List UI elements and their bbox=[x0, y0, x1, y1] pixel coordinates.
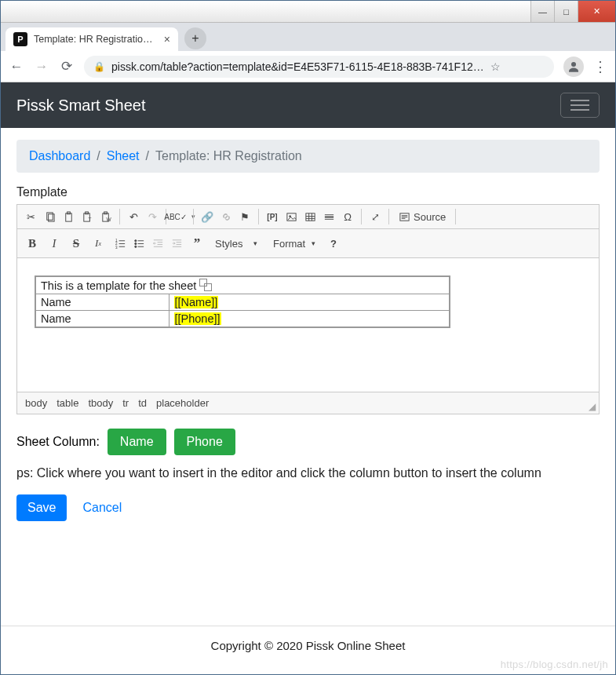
breadcrumb-sep: / bbox=[97, 149, 100, 163]
bold-button[interactable]: B bbox=[22, 234, 42, 253]
browser-tabstrip: P Template: HR Registration - S × + bbox=[1, 23, 615, 51]
remove-format-button[interactable]: Ix bbox=[88, 234, 108, 253]
browser-menu-icon[interactable]: ⋮ bbox=[593, 58, 607, 75]
cell-text[interactable]: Name bbox=[35, 294, 169, 311]
reload-icon[interactable]: ⟳ bbox=[59, 58, 75, 75]
redo-icon[interactable]: ↷ bbox=[144, 208, 161, 225]
breadcrumb-sep: / bbox=[146, 149, 149, 163]
tab-title: Template: HR Registration - S bbox=[34, 34, 158, 45]
minimize-button[interactable]: — bbox=[530, 1, 554, 22]
path-segment[interactable]: body bbox=[25, 397, 47, 409]
anchor-icon[interactable]: ⚑ bbox=[236, 208, 253, 225]
breadcrumb-dashboard[interactable]: Dashboard bbox=[29, 149, 90, 163]
template-label: Template bbox=[16, 185, 600, 199]
editor-canvas[interactable]: This is a template for the sheet Name [[… bbox=[17, 258, 599, 392]
svg-point-31 bbox=[134, 239, 136, 241]
svg-rect-3 bbox=[65, 213, 71, 221]
address-bar[interactable]: 🔒 pissk.com/table?action=template&id=E4E… bbox=[84, 56, 554, 78]
indent-icon[interactable] bbox=[168, 235, 185, 252]
svg-point-0 bbox=[571, 62, 576, 67]
svg-text:3: 3 bbox=[115, 246, 117, 250]
window-titlebar: — □ ✕ bbox=[1, 1, 615, 23]
table-row: Name [[Phone]] bbox=[35, 311, 450, 328]
spellcheck-icon[interactable]: ABC✓ bbox=[171, 208, 188, 225]
new-tab-button[interactable]: + bbox=[184, 27, 206, 49]
breadcrumb-current: Template: HR Registration bbox=[155, 149, 302, 163]
numbered-list-icon[interactable]: 123 bbox=[111, 235, 129, 252]
path-segment[interactable]: tr bbox=[122, 397, 129, 409]
placeholder-token[interactable]: [[Name]] bbox=[174, 296, 219, 308]
table-row: This is a template for the sheet bbox=[35, 276, 450, 294]
app-navbar: Pissk Smart Sheet bbox=[1, 82, 615, 128]
sheet-column-row: Sheet Column: Name Phone bbox=[16, 429, 600, 455]
sheet-column-label: Sheet Column: bbox=[16, 435, 100, 449]
path-segment[interactable]: td bbox=[138, 397, 147, 409]
placeholder-icon[interactable]: [P] bbox=[264, 208, 281, 225]
outdent-icon[interactable] bbox=[149, 235, 166, 252]
breadcrumb-sheet[interactable]: Sheet bbox=[107, 149, 140, 163]
back-icon[interactable]: ← bbox=[9, 59, 24, 75]
format-dropdown[interactable]: Format bbox=[267, 234, 322, 253]
table-row: Name [[Name]] bbox=[35, 294, 450, 311]
hint-text: ps: Click where you want to insert in th… bbox=[16, 466, 600, 480]
placeholder-token[interactable]: [[Phone]] bbox=[174, 312, 221, 325]
brand-title: Pissk Smart Sheet bbox=[16, 97, 146, 115]
tab-close-icon[interactable]: × bbox=[164, 33, 170, 46]
breadcrumb: Dashboard / Sheet / Template: HR Registr… bbox=[16, 140, 600, 173]
cancel-link[interactable]: Cancel bbox=[82, 501, 122, 515]
paste-word-icon[interactable]: W bbox=[97, 208, 115, 225]
browser-tab[interactable]: P Template: HR Registration - S × bbox=[5, 27, 178, 51]
specialchar-icon[interactable]: Ω bbox=[339, 208, 356, 225]
forward-icon[interactable]: → bbox=[34, 59, 49, 75]
table-icon[interactable] bbox=[301, 208, 319, 225]
bullet-list-icon[interactable] bbox=[130, 235, 148, 252]
svg-point-35 bbox=[134, 246, 136, 247]
resize-grip-icon[interactable]: ◢ bbox=[589, 401, 596, 412]
paste-text-icon[interactable]: T bbox=[78, 208, 96, 225]
svg-point-33 bbox=[134, 243, 136, 244]
url-text: pissk.com/table?action=template&id=E4E53… bbox=[111, 60, 484, 73]
path-segment[interactable]: placeholder bbox=[156, 397, 209, 409]
link-icon[interactable]: 🔗 bbox=[199, 208, 216, 225]
watermark-text: https://blog.csdn.net/jh bbox=[501, 659, 608, 670]
maximize-editor-icon[interactable]: ⤢ bbox=[366, 208, 384, 225]
image-icon[interactable] bbox=[282, 208, 300, 225]
blockquote-icon[interactable]: ” bbox=[188, 235, 206, 252]
cursor-handle-icon[interactable] bbox=[199, 279, 210, 290]
rich-text-editor: ✂ T W ↶ ↷ ABC✓ 🔗 ⚑ [P] bbox=[16, 204, 600, 414]
italic-button[interactable]: I bbox=[44, 234, 64, 253]
column-chip-phone[interactable]: Phone bbox=[174, 429, 235, 455]
unlink-icon[interactable] bbox=[217, 208, 235, 225]
column-chip-name[interactable]: Name bbox=[108, 429, 166, 455]
bookmark-star-icon[interactable]: ☆ bbox=[490, 60, 501, 73]
favicon-icon: P bbox=[13, 32, 27, 46]
svg-text:W: W bbox=[106, 217, 111, 222]
maximize-button[interactable]: □ bbox=[554, 1, 578, 22]
svg-text:T: T bbox=[88, 217, 91, 222]
browser-toolbar: ← → ⟳ 🔒 pissk.com/table?action=template&… bbox=[1, 51, 615, 82]
editor-toolbar-row2: B I S Ix 123 ” Styles Format ? bbox=[17, 229, 599, 258]
help-icon[interactable]: ? bbox=[325, 235, 342, 252]
cut-icon[interactable]: ✂ bbox=[22, 208, 39, 225]
undo-icon[interactable]: ↶ bbox=[125, 208, 142, 225]
paste-icon[interactable] bbox=[60, 208, 77, 225]
element-path-bar: body table tbody tr td placeholder ◢ bbox=[17, 392, 599, 414]
profile-avatar-icon[interactable] bbox=[563, 57, 584, 77]
template-table[interactable]: This is a template for the sheet Name [[… bbox=[35, 275, 450, 328]
editor-toolbar-row1: ✂ T W ↶ ↷ ABC✓ 🔗 ⚑ [P] bbox=[17, 205, 599, 229]
save-button[interactable]: Save bbox=[16, 494, 67, 521]
path-segment[interactable]: tbody bbox=[88, 397, 113, 409]
path-segment[interactable]: table bbox=[56, 397, 78, 409]
strike-button[interactable]: S bbox=[66, 234, 86, 253]
cell-text: This is a template for the sheet bbox=[41, 279, 196, 292]
styles-dropdown[interactable]: Styles bbox=[209, 234, 264, 253]
hr-icon[interactable] bbox=[320, 208, 337, 225]
source-button[interactable]: Source bbox=[394, 208, 450, 225]
cell-text[interactable]: Name bbox=[35, 311, 169, 328]
svg-rect-13 bbox=[305, 213, 314, 220]
copy-icon[interactable] bbox=[41, 208, 58, 225]
lock-icon: 🔒 bbox=[93, 61, 105, 72]
hamburger-menu-button[interactable] bbox=[560, 93, 600, 118]
close-window-button[interactable]: ✕ bbox=[578, 1, 615, 22]
